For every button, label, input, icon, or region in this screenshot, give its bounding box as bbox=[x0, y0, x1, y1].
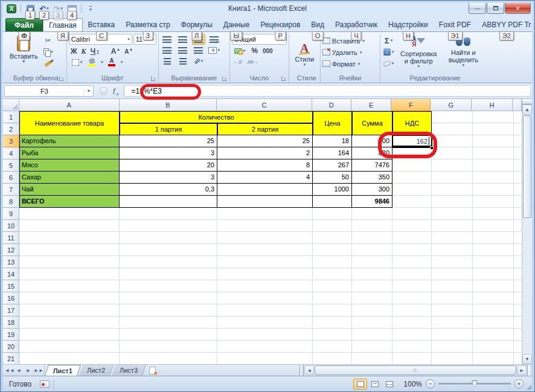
clear-button[interactable]: ▾ bbox=[382, 58, 396, 69]
column-header-partial[interactable] bbox=[513, 99, 522, 111]
cell-C7[interactable] bbox=[217, 184, 313, 196]
fill-button[interactable]: ↓▾ bbox=[382, 47, 396, 57]
copy-button[interactable]: ▾ bbox=[42, 47, 54, 57]
row-header-9[interactable]: 9 bbox=[3, 208, 19, 220]
sheet-tab-1[interactable]: Лист1 bbox=[45, 365, 81, 376]
column-header-E[interactable]: E bbox=[351, 99, 392, 111]
zoom-out-button[interactable]: − bbox=[426, 379, 435, 388]
cell-A6[interactable]: Сахар bbox=[19, 172, 120, 184]
row-header-18[interactable]: 18 bbox=[3, 316, 19, 329]
grow-font-button[interactable]: А▲ bbox=[111, 47, 121, 56]
cell-B7[interactable]: 0,3 bbox=[120, 184, 217, 196]
align-center-button[interactable] bbox=[176, 45, 190, 56]
cell-A4[interactable]: Рыба bbox=[19, 147, 120, 159]
increase-indent-button[interactable] bbox=[176, 56, 190, 66]
styles-button[interactable]: А Стили ▾ bbox=[292, 40, 316, 67]
zoom-slider[interactable] bbox=[438, 383, 511, 385]
vertical-scroll-thumb[interactable] bbox=[523, 115, 531, 218]
column-header-A[interactable]: A bbox=[19, 99, 120, 111]
row-header-4[interactable]: 4 bbox=[3, 147, 19, 159]
header-cell-F1[interactable]: НДС bbox=[392, 111, 432, 135]
tab-abbyy-pdf[interactable]: ABBYY PDF TrЭ2 bbox=[476, 18, 535, 31]
row-header-11[interactable]: 11 bbox=[3, 232, 19, 244]
insert-function-button[interactable]: ƒx bbox=[112, 86, 119, 97]
horizontal-splitter[interactable] bbox=[527, 365, 532, 376]
cell-E4[interactable]: 820 bbox=[352, 147, 392, 159]
dialog-launcher-icon[interactable] bbox=[151, 76, 156, 81]
format-painter-button[interactable] bbox=[42, 58, 54, 69]
row-header-5[interactable]: 5 bbox=[3, 159, 19, 172]
tab-page-layout[interactable]: Разметка стрЗ bbox=[120, 18, 175, 31]
column-header-H[interactable]: H bbox=[472, 99, 513, 111]
table-view-button[interactable]: 4 bbox=[66, 3, 78, 14]
header-cell-D1[interactable]: Цена bbox=[313, 111, 352, 135]
cell-C4[interactable]: 2 bbox=[217, 147, 313, 159]
header-cell-A1[interactable]: Наименование товара bbox=[19, 111, 120, 135]
row-header-2[interactable]: 2 bbox=[3, 123, 19, 135]
scroll-up-icon[interactable]: ▲ bbox=[522, 104, 532, 115]
row-header-10[interactable]: 10 bbox=[3, 220, 19, 232]
increase-decimal-button[interactable]: ←,0 bbox=[233, 60, 242, 65]
cell-D8[interactable] bbox=[313, 196, 352, 208]
row-header-16[interactable]: 16 bbox=[3, 292, 19, 304]
maximize-button[interactable] bbox=[487, 3, 504, 14]
tab-view[interactable]: ВидО bbox=[306, 18, 330, 31]
scroll-left-icon[interactable]: ◄ bbox=[304, 365, 314, 375]
align-top-button[interactable] bbox=[161, 34, 174, 45]
fill-handle[interactable] bbox=[430, 146, 434, 150]
column-header-D[interactable]: D bbox=[312, 99, 351, 111]
header-cell-C2[interactable]: 2 партия bbox=[217, 123, 313, 135]
horizontal-scrollbar[interactable]: ◄ ► bbox=[304, 365, 527, 376]
resize-grip[interactable]: ◢ bbox=[527, 383, 531, 391]
scroll-right-icon[interactable]: ► bbox=[517, 365, 527, 375]
column-header-G[interactable]: G bbox=[431, 99, 472, 111]
sheet-tab-2[interactable]: Лист2 bbox=[79, 365, 114, 376]
column-header-C[interactable]: C bbox=[217, 99, 312, 111]
cell-E7[interactable]: 300 bbox=[352, 184, 392, 196]
row-header-19[interactable]: 19 bbox=[3, 329, 19, 341]
dialog-launcher-icon[interactable] bbox=[222, 76, 227, 81]
macro-record-icon[interactable] bbox=[40, 381, 50, 388]
row-header-15[interactable]: 15 bbox=[3, 280, 19, 292]
sheet-tab-3[interactable]: Лист3 bbox=[112, 365, 146, 376]
cells-area[interactable]: Наименование товараКоличество1 партия2 п… bbox=[19, 111, 522, 364]
tab-foxit-pdf[interactable]: Foxit PDFЭ1 bbox=[434, 18, 476, 31]
name-box[interactable]: F3 ▼ bbox=[4, 85, 94, 97]
cell-A7[interactable]: Чай bbox=[19, 184, 120, 196]
header-cell-B2[interactable]: 1 партия bbox=[120, 123, 217, 135]
wrap-text-button[interactable] bbox=[208, 34, 221, 45]
tab-scrollbar-splitter[interactable] bbox=[300, 365, 304, 376]
cell-D6[interactable]: 50 bbox=[313, 172, 352, 184]
vertical-scrollbar[interactable]: ▲ ▼ bbox=[522, 99, 532, 364]
orientation-button[interactable]: ab▾ bbox=[192, 56, 205, 66]
row-header-12[interactable]: 12 bbox=[3, 244, 19, 256]
cell-E5[interactable]: 7476 bbox=[352, 159, 392, 172]
row-header-13[interactable]: 13 bbox=[3, 256, 19, 268]
dialog-launcher-icon[interactable] bbox=[281, 76, 286, 81]
tab-add-ins[interactable]: НадстройкиН bbox=[383, 18, 434, 31]
bold-button[interactable]: Ж bbox=[71, 47, 77, 56]
format-cells-button[interactable]: Формат▾ bbox=[322, 58, 378, 69]
tab-review[interactable]: РецензировР bbox=[255, 18, 306, 31]
cell-D7[interactable]: 1000 bbox=[313, 184, 352, 196]
page-break-view-button[interactable] bbox=[382, 379, 396, 390]
row-header-7[interactable]: 7 bbox=[3, 184, 19, 196]
align-middle-button[interactable] bbox=[176, 34, 190, 45]
font-color-button[interactable]: А bbox=[108, 58, 115, 66]
autosum-button[interactable]: Σ▾ bbox=[382, 35, 396, 46]
cell-D5[interactable]: 267 bbox=[313, 159, 352, 172]
prev-sheet-icon[interactable]: ◄ bbox=[14, 368, 23, 373]
shrink-font-button[interactable]: А▼ bbox=[124, 48, 133, 55]
cut-button[interactable]: ✂ bbox=[42, 35, 54, 46]
row-header-3[interactable]: 3 bbox=[3, 135, 19, 147]
align-right-button[interactable] bbox=[192, 45, 205, 56]
minimize-button[interactable]: — bbox=[469, 3, 486, 14]
decrease-indent-button[interactable] bbox=[161, 56, 174, 66]
cell-A5[interactable]: Мясо bbox=[19, 159, 120, 172]
cell-C5[interactable]: 8 bbox=[217, 159, 313, 172]
cell-A3[interactable]: Картофель bbox=[19, 135, 120, 147]
save-button[interactable]: 1 bbox=[24, 3, 36, 14]
last-sheet-icon[interactable]: ►► bbox=[34, 368, 42, 373]
customize-qat-button[interactable]: ▾ bbox=[85, 3, 97, 14]
percent-style-button[interactable]: % bbox=[251, 47, 258, 55]
